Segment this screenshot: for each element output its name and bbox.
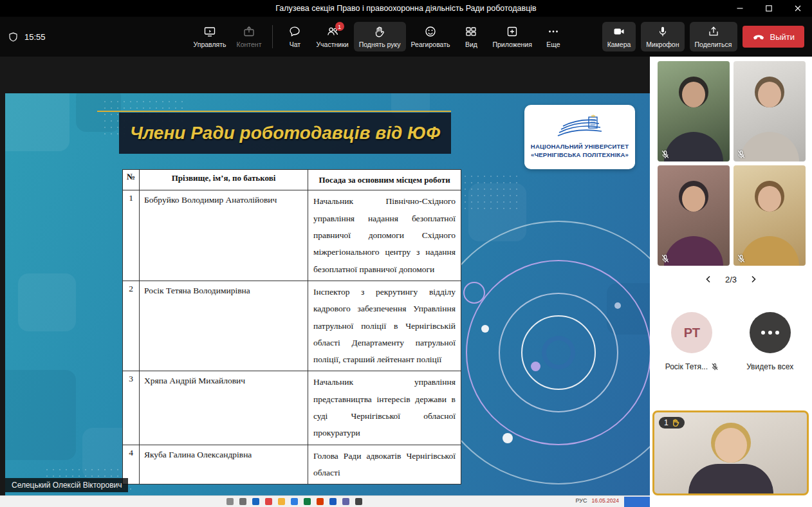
shield-icon — [8, 32, 19, 42]
taskbar-app-icon[interactable] — [291, 498, 298, 505]
window-controls — [725, 0, 812, 17]
see-all-card[interactable]: Увидеть всех — [734, 312, 806, 371]
taskbar-app-icon[interactable] — [329, 498, 337, 505]
toolbar-right: Камера Микрофон Поделиться Выйти — [602, 22, 804, 51]
participant-video[interactable] — [658, 165, 730, 266]
university-logo-card: НАЦІОНАЛЬНИЙ УНІВЕРСИТЕТ «ЧЕРНІГІВСЬКА П… — [524, 105, 635, 169]
decorative-shape — [5, 93, 69, 151]
cell-position: Інспектор з рекрутингу відділу кадрового… — [308, 281, 461, 371]
tray-date[interactable]: 16.05.2024 — [591, 497, 619, 504]
taskbar-app-icon[interactable] — [239, 498, 246, 505]
previous-page-button[interactable] — [703, 273, 714, 285]
participant-video[interactable] — [734, 165, 806, 266]
decorative-shape — [18, 273, 76, 331]
decorative-shape — [5, 370, 76, 460]
taskbar-app-icon[interactable] — [304, 498, 311, 505]
meeting-toolbar: 15:55 Управлять Контент Чат — [0, 17, 812, 57]
leave-button[interactable]: Выйти — [743, 26, 805, 48]
taskbar-app-icon[interactable] — [265, 498, 272, 505]
university-logo-text: НАЦІОНАЛЬНИЙ УНІВЕРСИТЕТ «ЧЕРНІГІВСЬКА П… — [531, 143, 629, 160]
tray-language[interactable]: РУС — [575, 497, 587, 504]
share-label: Поделиться — [695, 41, 732, 48]
silhouette-head — [758, 186, 781, 212]
cell-name: Бобруйко Володимир Анатолійович — [140, 190, 308, 281]
maximize-icon — [764, 4, 773, 13]
taskbar-app-icon[interactable] — [278, 498, 285, 505]
hangup-icon — [752, 30, 765, 43]
more-icon — [547, 25, 560, 38]
screen-manage-icon — [203, 25, 216, 38]
silhouette-head — [715, 428, 747, 463]
raise-hand-button[interactable]: Поднять руку — [354, 22, 406, 51]
participants-badge: 1 — [335, 22, 344, 31]
participant-video[interactable] — [658, 61, 730, 161]
content-button[interactable]: Контент — [232, 22, 267, 51]
raise-hand-icon — [373, 25, 386, 38]
microphone-label: Микрофон — [646, 41, 679, 48]
taskbar-icons — [226, 498, 362, 505]
taskbar-app-icon[interactable] — [226, 498, 234, 505]
participants-sidebar: 2/3 РТ Росік Тетя... Увидеть в — [650, 57, 812, 507]
participant-name-row: Росік Тетя... — [665, 362, 719, 371]
titlebar: Галузева секція Право і правоохоронна ді… — [0, 0, 812, 17]
table-header-row: № Прізвище, ім’я, по батькові Посада за … — [123, 170, 461, 190]
see-all-label: Увидеть всех — [746, 362, 793, 371]
maximize-button[interactable] — [754, 0, 783, 17]
apps-button[interactable]: Приложения — [487, 22, 537, 51]
cell-name: Хряпа Андрій Михайлович — [140, 371, 308, 445]
participants-icon: 1 — [326, 25, 339, 38]
presenter-name-label: Селецький Олексій Вікторович — [5, 478, 128, 492]
react-button[interactable]: Реагировать — [406, 22, 456, 51]
participants-label: Участники — [316, 41, 348, 48]
silhouette-head — [758, 82, 781, 107]
silhouette-torso — [740, 132, 799, 161]
view-label: Вид — [465, 41, 477, 48]
see-all-label-row: Увидеть всех — [746, 362, 793, 371]
avatar: РТ — [671, 312, 712, 353]
close-button[interactable] — [783, 0, 812, 17]
mic-muted-icon — [737, 254, 746, 263]
more-button[interactable]: Еще — [537, 22, 569, 51]
view-button[interactable]: Вид — [455, 22, 487, 51]
participants-button[interactable]: 1 Участники — [311, 22, 353, 51]
presentation-slide: Члени Ради роботодавців від ЮФ НАЦІОНАЛЬ… — [5, 93, 650, 495]
column-header-name: Прізвище, ім’я, по батькові — [140, 170, 308, 190]
toolbar-center: Управлять Контент Чат 1 Учас — [189, 22, 569, 51]
taskbar-app-icon[interactable] — [317, 498, 324, 505]
table-row: 3 Хряпа Андрій Михайлович Начальник упра… — [123, 371, 461, 445]
chevron-right-icon — [750, 275, 757, 284]
window-title: Галузева секція Право і правоохоронна ді… — [275, 4, 536, 13]
taskbar-app-icon[interactable] — [252, 498, 259, 505]
camera-icon — [613, 25, 625, 38]
silhouette-head — [682, 186, 705, 212]
share-button[interactable]: Поделиться — [690, 22, 737, 51]
content-label: Контент — [237, 41, 262, 48]
cell-position: Начальник Північно-Східного управління н… — [308, 190, 461, 281]
cell-name: Якуба Галина Олександрівна — [140, 445, 308, 484]
camera-button[interactable]: Камера — [602, 22, 636, 51]
taskbar-app-icon[interactable] — [342, 498, 349, 505]
taskbar-blue-panel[interactable] — [624, 497, 650, 507]
column-header-position: Посада за основним місцем роботи — [308, 170, 461, 190]
minimize-button[interactable] — [725, 0, 754, 17]
manage-label: Управлять — [194, 41, 226, 48]
react-label: Реагировать — [411, 41, 450, 48]
logo-line-1: НАЦІОНАЛЬНИЙ УНІВЕРСИТЕТ — [531, 143, 629, 151]
slide-title: Члени Ради роботодавців від ЮФ — [119, 113, 451, 154]
taskbar-app-icon[interactable] — [355, 498, 362, 505]
manage-button[interactable]: Управлять — [189, 22, 232, 51]
leave-label: Выйти — [770, 32, 795, 42]
microphone-button[interactable]: Микрофон — [641, 22, 684, 51]
cell-position: Голова Ради адвокатів Чернігівської обла… — [308, 445, 461, 484]
ellipsis-icon — [761, 331, 779, 335]
participant-video[interactable] — [734, 61, 806, 161]
cell-number: 2 — [123, 281, 140, 371]
mic-muted-icon — [737, 150, 746, 159]
self-video[interactable]: 1 — [652, 410, 809, 495]
chat-label: Чат — [290, 41, 300, 48]
pagination-label: 2/3 — [725, 275, 737, 284]
table-row: 2 Росік Тетяна Володимирівна Інспектор з… — [123, 281, 461, 371]
chat-button[interactable]: Чат — [279, 22, 311, 51]
next-page-button[interactable] — [748, 273, 759, 285]
participant-card[interactable]: РТ Росік Тетя... — [656, 312, 728, 371]
